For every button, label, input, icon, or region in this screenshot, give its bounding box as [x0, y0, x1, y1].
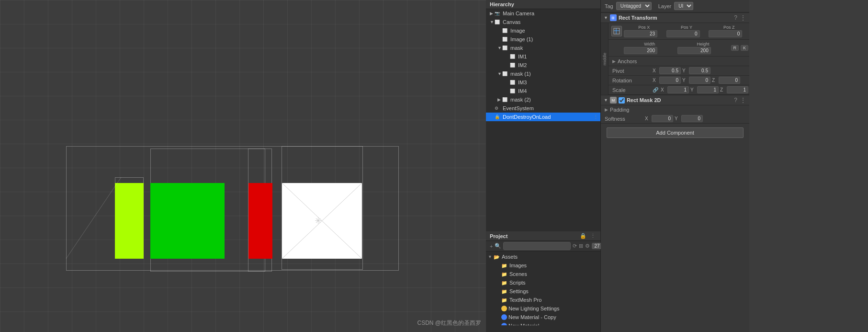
tree-item-settings[interactable]: ▶ Settings [486, 287, 600, 296]
padding-label: Padding [610, 107, 629, 113]
tree-arrow-lighting: ▶ [496, 306, 501, 311]
lock-ratio-btn[interactable]: K [741, 45, 748, 51]
hier-item-eventsystem[interactable]: ▶ ⚙ EventSystem [486, 104, 600, 113]
hier-label-im4: IM4 [518, 88, 527, 94]
hier-icon-im1: ⬜ [510, 53, 517, 60]
constrain-btn[interactable]: R [731, 45, 739, 51]
tree-item-scenes[interactable]: ▶ Scenes [486, 270, 600, 278]
rect-transform-title: Rect Transform [619, 15, 732, 21]
scenes-folder-icon [501, 272, 508, 277]
project-add-btn[interactable]: + [490, 243, 493, 249]
hier-item-im4[interactable]: ▶ ⬜ IM4 [486, 87, 600, 95]
pivot-x-axis: X [653, 68, 658, 73]
hier-item-im3[interactable]: ▶ ⬜ IM3 [486, 78, 600, 87]
posz-label: Pos Z [709, 25, 749, 30]
hier-item-image1[interactable]: ▶ ⬜ Image (1) [486, 35, 600, 44]
hier-item-im1[interactable]: ▶ ⬜ IM1 [486, 52, 600, 61]
rot-x-group: X [653, 77, 681, 84]
pivot-x-group: X [653, 67, 681, 74]
width-input[interactable] [624, 47, 657, 54]
hier-item-dontdestroy[interactable]: ▶ 🔒 DontDestroyOnLoad ⋮ [486, 113, 600, 121]
scale-x-input[interactable] [667, 86, 689, 93]
project-search-input[interactable] [503, 242, 571, 250]
project-sync-btn[interactable]: ⟳ [573, 243, 577, 249]
project-filter-btn[interactable]: ⊞ [579, 243, 583, 249]
tree-arrow-assets: ▼ [488, 254, 494, 259]
svg-rect-4 [614, 28, 620, 34]
pivot-x-input[interactable] [659, 67, 681, 74]
softness-x-input[interactable] [652, 115, 673, 122]
hier-icon-image1: ⬜ [502, 36, 509, 43]
tree-arrow-images: ▶ [496, 263, 501, 268]
scale-z-input[interactable] [727, 86, 748, 93]
main-layout: ✳ CSDN @红黑色的圣西罗 Hierarchy ▶ 📷 [0, 0, 868, 332]
rot-y-group: Y [682, 77, 710, 84]
width-label: Width [624, 42, 676, 46]
rot-x-input[interactable] [659, 77, 681, 84]
hier-item-image[interactable]: ▶ ⬜ Image [486, 26, 600, 35]
hier-item-main-camera[interactable]: ▶ 📷 Main Camera [486, 9, 600, 18]
rect-transform-header[interactable]: ▼ ⊞ Rect Transform ? ⋮ [601, 13, 749, 23]
anchors-row[interactable]: ▶ Anchors [609, 57, 749, 66]
hier-item-im2[interactable]: ▶ ⬜ IM2 [486, 61, 600, 69]
hier-icon-mask: ⬜ [502, 45, 509, 51]
tree-item-assets[interactable]: ▼ Assets [486, 252, 600, 261]
posz-input[interactable] [709, 30, 742, 37]
rot-y-input[interactable] [689, 77, 710, 84]
hier-icon-camera: 📷 [495, 10, 501, 17]
tree-arrow-settings: ▶ [496, 289, 501, 294]
tree-item-textmesh[interactable]: ▶ TextMesh Pro [486, 296, 600, 304]
tree-arrow-material: ▶ [496, 323, 501, 325]
hier-more-icon[interactable]: ⋮ [593, 114, 598, 120]
scale-y-input[interactable] [697, 86, 719, 93]
tree-item-material[interactable]: ▶ New Material [486, 321, 600, 325]
posx-input[interactable] [624, 30, 657, 37]
middle-sidebar: middle [601, 23, 609, 95]
hier-arrow-mask1: ▼ [497, 71, 502, 76]
project-search-btn[interactable]: 🔍 [495, 243, 501, 249]
posz-group: Pos Z [709, 25, 749, 37]
rot-z-input[interactable] [719, 77, 740, 84]
hierarchy-tree[interactable]: ▶ 📷 Main Camera ▼ ⬜ Canvas [486, 9, 600, 231]
anchors-label: Anchors [618, 58, 637, 64]
project-tree: ▼ Assets ▶ Images ▶ [486, 252, 600, 325]
rect-transform-more-btn[interactable]: ⋮ [740, 14, 746, 21]
scale-link-icon: 🔗 [653, 87, 658, 92]
rect-mask-help-btn[interactable]: ? [733, 97, 738, 103]
tag-dropdown[interactable]: Untagged [616, 2, 652, 10]
rect-mask-enable-checkbox[interactable] [619, 97, 625, 103]
pivot-y-input[interactable] [689, 67, 710, 74]
anchor-preset-icon[interactable] [611, 26, 622, 36]
hier-item-canvas[interactable]: ▼ ⬜ Canvas [486, 18, 600, 26]
padding-expand-row[interactable]: ▶ Padding [601, 105, 749, 114]
project-lock-btn[interactable]: 🔒 [579, 233, 587, 239]
rect-transform-help-btn[interactable]: ? [733, 14, 738, 21]
tree-label-material-copy: New Material - Copy [508, 314, 556, 320]
tree-item-material-copy[interactable]: ▶ New Material - Copy [486, 313, 600, 321]
hier-icon-mask2: ⬜ [502, 96, 509, 103]
rect-mask-more-btn[interactable]: ⋮ [740, 97, 746, 103]
add-component-btn[interactable]: Add Component [607, 127, 744, 138]
svg-line-3 [66, 177, 121, 259]
tree-label-images: Images [509, 263, 527, 268]
tree-item-images[interactable]: ▶ Images [486, 261, 600, 270]
layer-dropdown[interactable]: UI [674, 2, 693, 10]
rect-mask-2d-header[interactable]: ▼ M Rect Mask 2D ? ⋮ [601, 95, 749, 105]
project-settings-btn[interactable]: ⚙ [585, 243, 590, 249]
project-search-toolbar: + 🔍 ⟳ ⊞ ⚙ 27 [486, 241, 600, 252]
rect-expand-icon: ▼ [604, 15, 608, 20]
tree-label-assets: Assets [502, 254, 518, 260]
tree-item-scripts[interactable]: ▶ Scripts [486, 278, 600, 287]
project-more-btn[interactable]: ⋮ [589, 233, 597, 239]
softness-y-input[interactable] [681, 115, 703, 122]
height-input[interactable] [677, 47, 711, 54]
posy-input[interactable] [666, 30, 700, 37]
posy-group: Pos Y [666, 25, 707, 37]
hier-item-mask1[interactable]: ▼ ⬜ mask (1) [486, 69, 600, 78]
diagonal-lines-svg: ✳ [282, 183, 362, 259]
hier-item-mask2[interactable]: ▶ ⬜ mask (2) [486, 95, 600, 104]
tree-item-lighting[interactable]: ▶ New Lighting Settings [486, 304, 600, 313]
scale-y-group: Y [690, 86, 719, 93]
hier-item-mask[interactable]: ▼ ⬜ mask [486, 44, 600, 52]
hier-arrow-mask2: ▶ [497, 97, 502, 102]
